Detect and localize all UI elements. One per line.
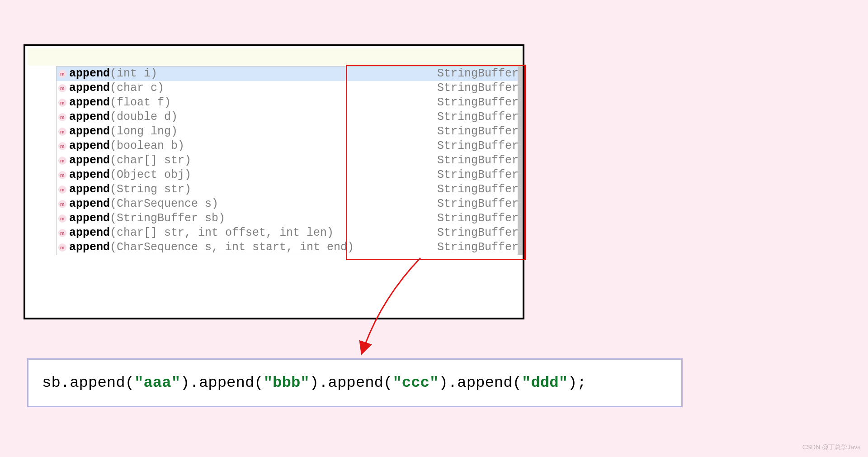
autocomplete-item[interactable]: mappend(char[] str)StringBuffer <box>57 153 522 168</box>
autocomplete-item[interactable]: mappend(CharSequence s, int start, int e… <box>57 240 522 255</box>
autocomplete-method-name: append <box>69 168 110 181</box>
autocomplete-method-name: append <box>69 183 110 196</box>
autocomplete-return-type: StringBuffer <box>437 139 519 153</box>
method-icon: m <box>58 186 66 194</box>
popup-scrollbar[interactable] <box>518 67 522 255</box>
autocomplete-item[interactable]: mappend(double d)StringBuffer <box>57 110 522 124</box>
code-token-str: "aaa" <box>134 374 180 391</box>
autocomplete-method-name: append <box>69 197 110 210</box>
code-token-punc: ; <box>577 374 586 391</box>
autocomplete-item[interactable]: mappend(char[] str, int offset, int len)… <box>57 226 522 240</box>
autocomplete-item[interactable]: mappend(int i)StringBuffer <box>57 67 522 81</box>
autocomplete-method-name: append <box>69 81 110 95</box>
autocomplete-return-type: StringBuffer <box>437 226 519 240</box>
autocomplete-item[interactable]: mappend(float f)StringBuffer <box>57 95 522 110</box>
autocomplete-signature: append(StringBuffer sb) <box>69 211 437 226</box>
autocomplete-params: (char[] str) <box>110 154 191 167</box>
code-token-call: append <box>70 374 125 391</box>
autocomplete-item[interactable]: mappend(boolean b)StringBuffer <box>57 139 522 153</box>
autocomplete-signature: append(char[] str) <box>69 153 437 168</box>
code-token-punc: ( <box>383 374 392 391</box>
autocomplete-signature: append(String str) <box>69 182 437 197</box>
watermark-text: CSDN @丁总学Java <box>802 443 861 452</box>
autocomplete-signature: append(boolean b) <box>69 139 437 153</box>
autocomplete-params: (char c) <box>110 81 164 95</box>
autocomplete-params: (int i) <box>110 67 157 80</box>
autocomplete-signature: append(char[] str, int offset, int len) <box>69 226 437 240</box>
autocomplete-signature: append(double d) <box>69 110 437 124</box>
autocomplete-params: (char[] str, int offset, int len) <box>110 226 334 239</box>
autocomplete-method-name: append <box>69 67 110 80</box>
autocomplete-item[interactable]: mappend(String str)StringBuffer <box>57 182 522 197</box>
autocomplete-item[interactable]: mappend(long lng)StringBuffer <box>57 124 522 139</box>
autocomplete-params: (Object obj) <box>110 168 191 181</box>
method-icon: m <box>58 157 66 165</box>
autocomplete-return-type: StringBuffer <box>437 124 519 139</box>
code-token-punc: . <box>448 374 457 391</box>
code-input-line[interactable]: sb.append <box>28 48 522 66</box>
autocomplete-item[interactable]: mappend(char c)StringBuffer <box>57 81 522 95</box>
code-token-str: "ddd" <box>522 374 568 391</box>
autocomplete-method-name: append <box>69 241 110 254</box>
autocomplete-return-type: StringBuffer <box>437 110 519 124</box>
autocomplete-popup[interactable]: mappend(int i)StringBuffermappend(char c… <box>56 66 523 255</box>
method-icon: m <box>58 128 66 136</box>
code-token-punc: . <box>319 374 328 391</box>
autocomplete-item[interactable]: mappend(CharSequence s)StringBuffer <box>57 197 522 211</box>
autocomplete-params: (String str) <box>110 183 191 196</box>
autocomplete-signature: append(int i) <box>69 67 437 81</box>
autocomplete-params: (CharSequence s, int start, int end) <box>110 241 354 254</box>
autocomplete-signature: append(CharSequence s, int start, int en… <box>69 240 437 255</box>
autocomplete-signature: append(Object obj) <box>69 168 437 182</box>
autocomplete-method-name: append <box>69 154 110 167</box>
method-icon: m <box>58 229 66 237</box>
autocomplete-signature: append(char c) <box>69 81 437 95</box>
code-token-call: append <box>457 374 512 391</box>
method-icon: m <box>58 243 66 252</box>
code-token-punc: . <box>61 374 70 391</box>
autocomplete-return-type: StringBuffer <box>437 240 519 255</box>
autocomplete-return-type: StringBuffer <box>437 197 519 211</box>
autocomplete-signature: append(CharSequence s) <box>69 197 437 211</box>
autocomplete-method-name: append <box>69 226 110 239</box>
code-token-punc: ( <box>125 374 134 391</box>
autocomplete-item[interactable]: mappend(StringBuffer sb)StringBuffer <box>57 211 522 226</box>
method-icon: m <box>58 142 66 150</box>
popup-scrollbar-thumb[interactable] <box>518 67 522 255</box>
code-token-str: "ccc" <box>392 374 439 391</box>
autocomplete-params: (StringBuffer sb) <box>110 212 225 225</box>
code-token-punc: . <box>189 374 198 391</box>
autocomplete-params: (double d) <box>110 110 178 124</box>
autocomplete-signature: append(float f) <box>69 95 437 110</box>
code-token-call: append <box>199 374 254 391</box>
code-token-id: sb <box>42 374 61 391</box>
autocomplete-item[interactable]: mappend(Object obj)StringBuffer <box>57 168 522 182</box>
code-token-punc: ) <box>568 374 577 391</box>
method-icon: m <box>58 214 66 223</box>
autocomplete-method-name: append <box>69 96 110 109</box>
autocomplete-method-name: append <box>69 139 110 152</box>
autocomplete-method-name: append <box>69 125 110 138</box>
autocomplete-method-name: append <box>69 212 110 225</box>
autocomplete-return-type: StringBuffer <box>437 182 519 197</box>
autocomplete-params: (float f) <box>110 96 171 109</box>
method-icon: m <box>58 99 66 107</box>
method-icon: m <box>58 200 66 208</box>
code-token-punc: ( <box>254 374 263 391</box>
autocomplete-params: (long lng) <box>110 125 178 138</box>
method-icon: m <box>58 84 66 92</box>
autocomplete-method-name: append <box>69 110 110 124</box>
code-token-punc: ( <box>513 374 522 391</box>
editor-panel: sb.append mappend(int i)StringBuffermapp… <box>24 44 524 319</box>
autocomplete-signature: append(long lng) <box>69 124 437 139</box>
method-icon: m <box>58 70 66 78</box>
code-token-str: "bbb" <box>264 374 310 391</box>
autocomplete-params: (boolean b) <box>110 139 184 152</box>
code-token-punc: ) <box>310 374 319 391</box>
autocomplete-return-type: StringBuffer <box>437 81 519 95</box>
code-token-punc: ) <box>180 374 189 391</box>
method-icon: m <box>58 171 66 179</box>
chained-code-block: sb.append("aaa").append("bbb").append("c… <box>27 358 683 407</box>
method-icon: m <box>58 113 66 121</box>
code-token-call: append <box>328 374 383 391</box>
